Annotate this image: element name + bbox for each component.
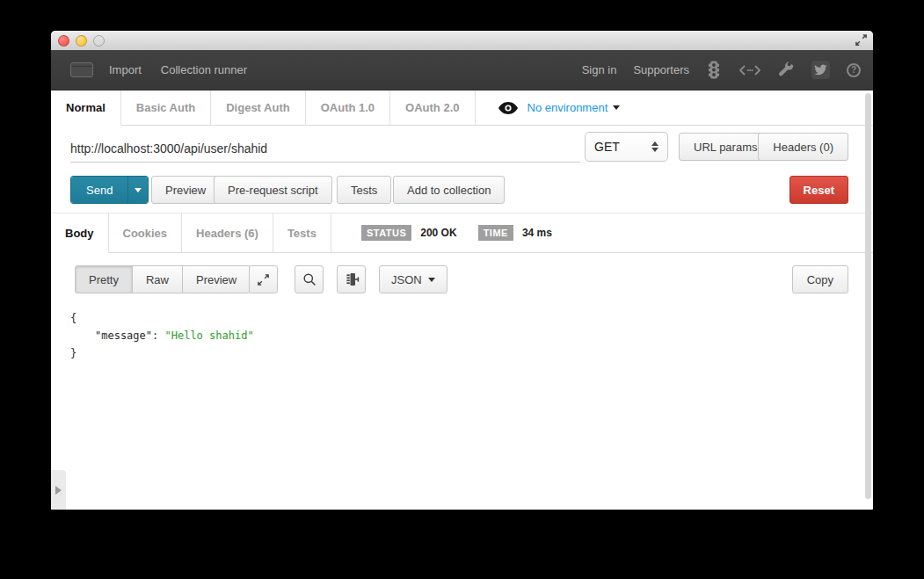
request-url-row: GET URL params Headers (0) [51,126,873,173]
code-line: "message": "Hello shahid" [70,327,254,344]
send-button[interactable]: Send [71,177,127,203]
viewer-controls-row: Pretty Raw Preview [51,253,873,306]
request-headers-button[interactable]: Headers (0) [758,133,848,161]
zoom-window-button[interactable] [93,35,105,47]
minimize-window-button[interactable] [76,35,87,47]
view-mode-preview[interactable]: Preview [182,265,251,293]
expand-arrows-icon [257,273,270,286]
tests-button[interactable]: Tests [337,176,391,204]
line-wrap-button[interactable] [337,265,366,293]
tab-oauth-2[interactable]: OAuth 2.0 [390,90,475,125]
main-toolbar: Import Collection runner Sign in Support… [51,50,873,90]
actions-row: Send Preview Pre-request script Tests Ad… [51,173,873,214]
view-mode-pretty[interactable]: Pretty [75,265,133,293]
collections-drawer-icon[interactable] [70,62,93,77]
time-badge: TIME [478,225,513,241]
status-badge: STATUS [361,225,411,241]
line-wrap-icon [344,272,360,286]
response-tab-body[interactable]: Body [51,214,109,253]
help-icon[interactable]: ? [847,63,861,77]
environment-label: No environment [527,101,608,114]
format-value: JSON [391,273,422,286]
method-select[interactable]: GET [585,132,668,162]
interceptor-traffic-light-icon[interactable] [706,60,722,80]
resize-window-icon[interactable] [855,33,868,47]
close-window-button[interactable] [58,35,69,47]
import-button[interactable]: Import [109,63,142,76]
supporters-button[interactable]: Supporters [633,63,689,76]
select-arrows-icon [651,141,658,152]
view-mode-group: Pretty Raw Preview [75,265,251,293]
app-window: Import Collection runner Sign in Support… [51,31,873,510]
json-key: "message" [95,329,152,342]
chevron-down-icon [613,105,620,110]
settings-wrench-icon[interactable] [778,62,795,78]
response-tab-cookies[interactable]: Cookies [109,214,183,252]
send-split-button: Send [70,176,149,204]
sidebar-toggle[interactable] [51,470,66,510]
code-snippets-icon[interactable] [738,64,761,76]
twitter-icon[interactable] [811,61,830,79]
json-separator: : [152,329,164,342]
time-value: 34 ms [522,227,552,239]
auth-tabs-bar: Normal Basic Auth Digest Auth OAuth 1.0 … [51,90,873,126]
add-to-collection-button[interactable]: Add to collection [393,176,505,204]
titlebar [51,31,873,50]
tab-digest-auth[interactable]: Digest Auth [211,90,305,125]
sign-in-button[interactable]: Sign in [582,63,617,76]
response-tab-tests[interactable]: Tests [273,214,331,252]
chevron-right-icon [55,486,62,495]
tab-basic-auth[interactable]: Basic Auth [121,90,211,125]
format-select[interactable]: JSON [379,265,447,293]
chevron-down-icon [135,188,142,192]
vertical-scrollbar[interactable] [865,93,871,499]
json-string-value: "Hello shahid" [164,329,253,342]
code-line: { [70,309,254,327]
chevron-down-icon [428,278,435,282]
status-value: 200 OK [420,227,456,239]
pre-request-script-button[interactable]: Pre-request script [214,176,332,204]
tab-oauth-1[interactable]: OAuth 1.0 [306,90,390,125]
code-line: } [70,344,254,362]
url-input[interactable] [70,134,580,163]
reset-button[interactable]: Reset [789,176,848,204]
tab-normal[interactable]: Normal [51,90,121,126]
environment-preview-eye-icon[interactable] [498,102,518,114]
search-icon [302,272,316,286]
expand-fullscreen-button[interactable] [249,265,278,293]
response-tab-headers[interactable]: Headers (6) [182,214,273,252]
view-mode-raw[interactable]: Raw [132,265,183,293]
collection-runner-button[interactable]: Collection runner [161,63,247,76]
preview-button[interactable]: Preview [151,176,220,204]
environment-selector[interactable]: No environment [527,101,621,114]
search-button[interactable] [295,265,324,293]
send-options-button[interactable] [127,177,148,203]
response-body-viewer: { "message": "Hello shahid" } [70,309,254,362]
method-value: GET [594,140,620,154]
response-tabs-bar: Body Cookies Headers (6) Tests STATUS 20… [51,214,873,253]
copy-button[interactable]: Copy [792,265,848,293]
